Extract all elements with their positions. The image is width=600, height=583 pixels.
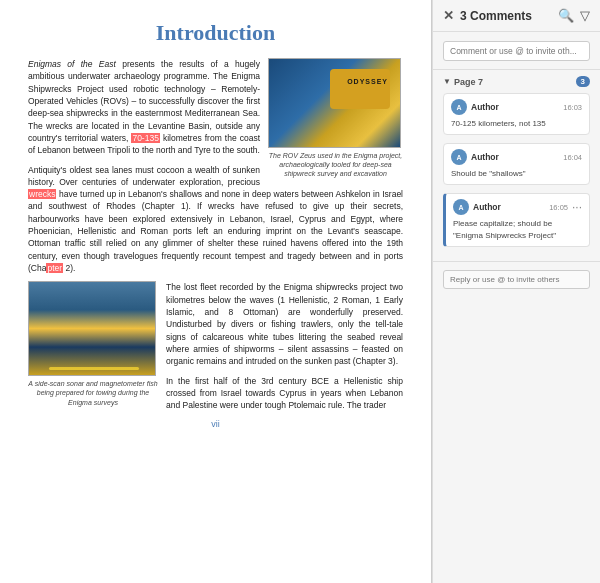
comment-author-row: A Author 16:04 xyxy=(451,149,582,165)
document-area: Introduction ODYSSEY The ROV Zeus used i… xyxy=(0,0,432,583)
comment-time: 16:03 xyxy=(563,103,582,112)
figure1-caption: The ROV Zeus used in the Enigma project,… xyxy=(268,151,403,178)
comments-panel: ✕ 3 Comments 🔍 ▽ ▼ Page 7 3 A Author 16:… xyxy=(432,0,600,583)
highlight-2: wrecks xyxy=(28,189,56,199)
comment-item: A Author 16:03 70-125 kilometers, not 13… xyxy=(443,93,590,135)
avatar: A xyxy=(451,149,467,165)
avatar: A xyxy=(451,99,467,115)
comment-text: Should be "shallows" xyxy=(451,168,582,179)
search-icon[interactable]: 🔍 xyxy=(558,8,574,23)
author-name: Author xyxy=(473,202,545,212)
page-section: ▼ Page 7 3 A Author 16:03 70-125 kilomet… xyxy=(433,70,600,262)
close-icon[interactable]: ✕ xyxy=(443,8,454,23)
sonar-image xyxy=(28,281,156,376)
author-name: Author xyxy=(471,102,559,112)
comment-author-row: A Author 16:03 xyxy=(451,99,582,115)
highlight-3: pter xyxy=(46,263,63,273)
reply-input[interactable] xyxy=(443,270,590,289)
comment-item: A Author 16:04 Should be "shallows" xyxy=(443,143,590,185)
highlight-1: 70-135 xyxy=(131,133,159,143)
figure-rov: ODYSSEY The ROV Zeus used in the Enigma … xyxy=(268,58,403,178)
comment-input-area xyxy=(433,32,600,70)
comments-title: 3 Comments xyxy=(460,9,552,23)
page-title: Introduction xyxy=(28,20,403,46)
page-number: vii xyxy=(28,419,403,429)
odyssey-label: ODYSSEY xyxy=(347,77,388,87)
comment-item-active: A Author 16:05 ··· Please capitalize; sh… xyxy=(443,193,590,246)
reply-area xyxy=(433,262,600,295)
comments-header: ✕ 3 Comments 🔍 ▽ xyxy=(433,0,600,32)
comment-text: Please capitalize; should be "Enigma Shi… xyxy=(453,218,582,240)
comment-input[interactable] xyxy=(443,41,590,61)
avatar: A xyxy=(453,199,469,215)
figure-sonar: A side-scan sonar and magnetometer fish … xyxy=(28,281,158,406)
comment-time: 16:04 xyxy=(563,153,582,162)
figure2-caption: A side-scan sonar and magnetometer fish … xyxy=(28,379,158,406)
more-options-icon[interactable]: ··· xyxy=(572,201,582,213)
paragraph-2: Antiquity's oldest sea lanes must cocoon… xyxy=(28,164,403,275)
comment-author-row: A Author 16:05 ··· xyxy=(453,199,582,215)
page-count-badge: 3 xyxy=(576,76,590,87)
comment-time: 16:05 xyxy=(549,203,568,212)
author-name: Author xyxy=(471,152,559,162)
filter-icon[interactable]: ▽ xyxy=(580,8,590,23)
comment-text: 70-125 kilometers, not 135 xyxy=(451,118,582,129)
page-label: ▼ Page 7 xyxy=(443,77,483,87)
page-label-row: ▼ Page 7 3 xyxy=(443,76,590,87)
chevron-down-icon[interactable]: ▼ xyxy=(443,77,451,86)
document-body: ODYSSEY The ROV Zeus used in the Enigma … xyxy=(28,58,403,411)
rov-image: ODYSSEY xyxy=(268,58,401,148)
